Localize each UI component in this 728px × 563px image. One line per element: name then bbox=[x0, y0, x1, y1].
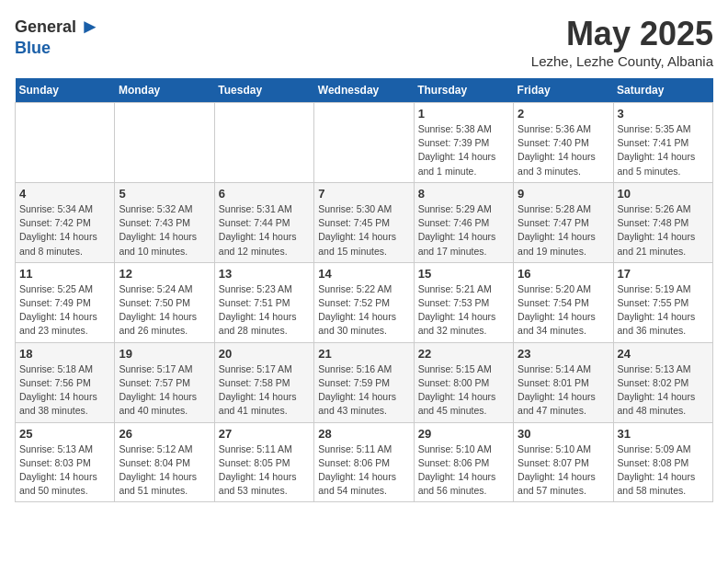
day-number: 21 bbox=[318, 347, 409, 361]
day-number: 24 bbox=[618, 347, 709, 361]
logo-bird-icon: ► bbox=[80, 15, 100, 39]
calendar-cell: 7Sunrise: 5:30 AM Sunset: 7:45 PM Daylig… bbox=[314, 182, 414, 262]
day-number: 9 bbox=[518, 187, 609, 201]
calendar-cell bbox=[314, 103, 414, 183]
column-header-thursday: Thursday bbox=[414, 78, 513, 103]
day-info: Sunrise: 5:31 AM Sunset: 7:44 PM Dayligh… bbox=[219, 203, 297, 257]
calendar-cell: 29Sunrise: 5:10 AM Sunset: 8:06 PM Dayli… bbox=[414, 422, 513, 502]
day-number: 29 bbox=[418, 427, 509, 441]
day-info: Sunrise: 5:35 AM Sunset: 7:41 PM Dayligh… bbox=[618, 123, 696, 177]
calendar-week-row: 25Sunrise: 5:13 AM Sunset: 8:03 PM Dayli… bbox=[16, 422, 713, 502]
calendar-cell: 15Sunrise: 5:21 AM Sunset: 7:53 PM Dayli… bbox=[414, 262, 513, 342]
calendar-cell: 4Sunrise: 5:34 AM Sunset: 7:42 PM Daylig… bbox=[16, 182, 115, 262]
day-number: 31 bbox=[618, 427, 709, 441]
calendar-cell: 13Sunrise: 5:23 AM Sunset: 7:51 PM Dayli… bbox=[214, 262, 313, 342]
day-info: Sunrise: 5:17 AM Sunset: 7:57 PM Dayligh… bbox=[119, 363, 197, 417]
calendar-cell: 25Sunrise: 5:13 AM Sunset: 8:03 PM Dayli… bbox=[16, 422, 115, 502]
day-info: Sunrise: 5:11 AM Sunset: 8:06 PM Dayligh… bbox=[318, 443, 396, 497]
day-info: Sunrise: 5:26 AM Sunset: 7:48 PM Dayligh… bbox=[618, 203, 696, 257]
day-info: Sunrise: 5:13 AM Sunset: 8:03 PM Dayligh… bbox=[19, 443, 97, 497]
day-info: Sunrise: 5:30 AM Sunset: 7:45 PM Dayligh… bbox=[318, 203, 396, 257]
column-header-sunday: Sunday bbox=[16, 78, 115, 103]
day-info: Sunrise: 5:32 AM Sunset: 7:43 PM Dayligh… bbox=[119, 203, 197, 257]
calendar-cell: 18Sunrise: 5:18 AM Sunset: 7:56 PM Dayli… bbox=[16, 342, 115, 422]
day-number: 1 bbox=[418, 107, 509, 121]
day-info: Sunrise: 5:23 AM Sunset: 7:51 PM Dayligh… bbox=[219, 283, 297, 337]
day-number: 20 bbox=[219, 347, 310, 361]
column-header-friday: Friday bbox=[514, 78, 613, 103]
column-header-monday: Monday bbox=[115, 78, 214, 103]
calendar-cell: 30Sunrise: 5:10 AM Sunset: 8:07 PM Dayli… bbox=[514, 422, 613, 502]
day-info: Sunrise: 5:12 AM Sunset: 8:04 PM Dayligh… bbox=[119, 443, 197, 497]
month-title: May 2025 bbox=[531, 15, 713, 53]
day-info: Sunrise: 5:09 AM Sunset: 8:08 PM Dayligh… bbox=[618, 443, 696, 497]
day-info: Sunrise: 5:22 AM Sunset: 7:52 PM Dayligh… bbox=[318, 283, 396, 337]
day-number: 8 bbox=[418, 187, 509, 201]
day-info: Sunrise: 5:29 AM Sunset: 7:46 PM Dayligh… bbox=[418, 203, 496, 257]
day-info: Sunrise: 5:36 AM Sunset: 7:40 PM Dayligh… bbox=[518, 123, 596, 177]
calendar-cell: 6Sunrise: 5:31 AM Sunset: 7:44 PM Daylig… bbox=[214, 182, 313, 262]
calendar-cell: 22Sunrise: 5:15 AM Sunset: 8:00 PM Dayli… bbox=[414, 342, 513, 422]
day-number: 7 bbox=[318, 187, 409, 201]
column-header-saturday: Saturday bbox=[613, 78, 712, 103]
calendar-table: SundayMondayTuesdayWednesdayThursdayFrid… bbox=[15, 78, 713, 502]
column-header-tuesday: Tuesday bbox=[214, 78, 313, 103]
calendar-cell bbox=[214, 103, 313, 183]
calendar-week-row: 18Sunrise: 5:18 AM Sunset: 7:56 PM Dayli… bbox=[16, 342, 713, 422]
calendar-cell: 3Sunrise: 5:35 AM Sunset: 7:41 PM Daylig… bbox=[613, 103, 712, 183]
day-number: 6 bbox=[219, 187, 310, 201]
calendar-cell: 10Sunrise: 5:26 AM Sunset: 7:48 PM Dayli… bbox=[613, 182, 712, 262]
day-number: 25 bbox=[19, 427, 110, 441]
day-info: Sunrise: 5:14 AM Sunset: 8:01 PM Dayligh… bbox=[518, 363, 596, 417]
day-info: Sunrise: 5:24 AM Sunset: 7:50 PM Dayligh… bbox=[119, 283, 197, 337]
day-info: Sunrise: 5:20 AM Sunset: 7:54 PM Dayligh… bbox=[518, 283, 596, 337]
day-number: 17 bbox=[618, 267, 709, 281]
title-area: May 2025 Lezhe, Lezhe County, Albania bbox=[531, 15, 713, 69]
day-info: Sunrise: 5:19 AM Sunset: 7:55 PM Dayligh… bbox=[618, 283, 696, 337]
day-info: Sunrise: 5:16 AM Sunset: 7:59 PM Dayligh… bbox=[318, 363, 396, 417]
day-info: Sunrise: 5:18 AM Sunset: 7:56 PM Dayligh… bbox=[19, 363, 97, 417]
calendar-cell: 24Sunrise: 5:13 AM Sunset: 8:02 PM Dayli… bbox=[613, 342, 712, 422]
calendar-week-row: 4Sunrise: 5:34 AM Sunset: 7:42 PM Daylig… bbox=[16, 182, 713, 262]
day-number: 22 bbox=[418, 347, 509, 361]
calendar-cell: 11Sunrise: 5:25 AM Sunset: 7:49 PM Dayli… bbox=[16, 262, 115, 342]
calendar-cell: 20Sunrise: 5:17 AM Sunset: 7:58 PM Dayli… bbox=[214, 342, 313, 422]
calendar-cell: 2Sunrise: 5:36 AM Sunset: 7:40 PM Daylig… bbox=[514, 103, 613, 183]
calendar-cell bbox=[115, 103, 214, 183]
calendar-cell: 26Sunrise: 5:12 AM Sunset: 8:04 PM Dayli… bbox=[115, 422, 214, 502]
day-number: 13 bbox=[219, 267, 310, 281]
calendar-cell: 17Sunrise: 5:19 AM Sunset: 7:55 PM Dayli… bbox=[613, 262, 712, 342]
column-header-wednesday: Wednesday bbox=[314, 78, 414, 103]
day-info: Sunrise: 5:38 AM Sunset: 7:39 PM Dayligh… bbox=[418, 123, 496, 177]
calendar-cell: 21Sunrise: 5:16 AM Sunset: 7:59 PM Dayli… bbox=[314, 342, 414, 422]
day-info: Sunrise: 5:34 AM Sunset: 7:42 PM Dayligh… bbox=[19, 203, 97, 257]
day-number: 14 bbox=[318, 267, 409, 281]
day-number: 18 bbox=[19, 347, 110, 361]
day-info: Sunrise: 5:21 AM Sunset: 7:53 PM Dayligh… bbox=[418, 283, 496, 337]
day-number: 11 bbox=[19, 267, 110, 281]
day-number: 26 bbox=[119, 427, 210, 441]
calendar-cell bbox=[16, 103, 115, 183]
calendar-cell: 1Sunrise: 5:38 AM Sunset: 7:39 PM Daylig… bbox=[414, 103, 513, 183]
day-info: Sunrise: 5:11 AM Sunset: 8:05 PM Dayligh… bbox=[219, 443, 297, 497]
day-info: Sunrise: 5:15 AM Sunset: 8:00 PM Dayligh… bbox=[418, 363, 496, 417]
calendar-cell: 14Sunrise: 5:22 AM Sunset: 7:52 PM Dayli… bbox=[314, 262, 414, 342]
day-info: Sunrise: 5:25 AM Sunset: 7:49 PM Dayligh… bbox=[19, 283, 97, 337]
day-number: 28 bbox=[318, 427, 409, 441]
day-number: 3 bbox=[618, 107, 709, 121]
location-subtitle: Lezhe, Lezhe County, Albania bbox=[531, 53, 713, 69]
day-number: 30 bbox=[518, 427, 609, 441]
calendar-cell: 28Sunrise: 5:11 AM Sunset: 8:06 PM Dayli… bbox=[314, 422, 414, 502]
day-number: 12 bbox=[119, 267, 210, 281]
calendar-week-row: 11Sunrise: 5:25 AM Sunset: 7:49 PM Dayli… bbox=[16, 262, 713, 342]
day-number: 2 bbox=[518, 107, 609, 121]
logo: General ► Blue bbox=[15, 15, 100, 58]
day-number: 27 bbox=[219, 427, 310, 441]
calendar-cell: 9Sunrise: 5:28 AM Sunset: 7:47 PM Daylig… bbox=[514, 182, 613, 262]
day-info: Sunrise: 5:17 AM Sunset: 7:58 PM Dayligh… bbox=[219, 363, 297, 417]
day-number: 5 bbox=[119, 187, 210, 201]
logo-blue-text: Blue bbox=[15, 39, 51, 58]
day-info: Sunrise: 5:28 AM Sunset: 7:47 PM Dayligh… bbox=[518, 203, 596, 257]
day-number: 4 bbox=[19, 187, 110, 201]
calendar-cell: 27Sunrise: 5:11 AM Sunset: 8:05 PM Dayli… bbox=[214, 422, 313, 502]
